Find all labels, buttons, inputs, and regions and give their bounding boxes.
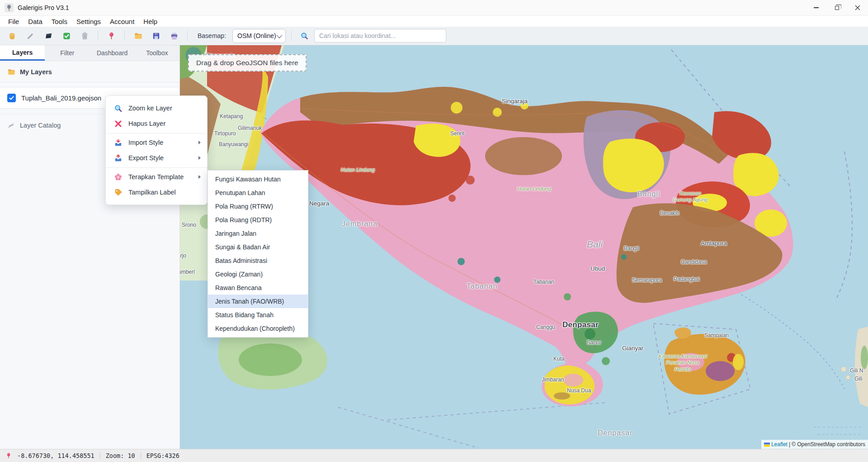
menu-file[interactable]: File — [4, 18, 24, 25]
tab-dashboard[interactable]: Dashboard — [90, 45, 135, 61]
export-tray-icon — [114, 154, 123, 162]
trash-button[interactable] — [77, 29, 92, 43]
save-button[interactable] — [148, 29, 164, 43]
search-button[interactable] — [297, 29, 311, 43]
pan-hand-icon — [8, 32, 17, 40]
menu-bar: File Data Tools Settings Account Help — [0, 16, 868, 27]
toolbar-separator — [98, 31, 98, 41]
status-bar: -8.676730, 114.458551 Zoom: 10 EPSG:4326 — [0, 449, 868, 462]
attribution-separator: | — [789, 441, 790, 448]
status-separator — [141, 452, 141, 459]
minimize-icon — [814, 7, 819, 8]
maximize-icon — [835, 6, 839, 10]
basemap-label: Basemap: — [198, 32, 226, 39]
menu-separator — [106, 133, 207, 133]
menu-settings[interactable]: Settings — [72, 18, 105, 25]
sidebar-tabs: Layers Filter Dashboard Toolbox — [0, 45, 179, 61]
confirm-check-icon — [62, 32, 71, 40]
layer-name: Tuplah_Bali_2019.geojson — [21, 94, 101, 102]
status-separator — [100, 452, 100, 459]
status-zoom-level: Zoom: 10 — [106, 452, 135, 459]
submenu-item-pola-ruang-rdtr[interactable]: Pola Ruang (RDTR) — [208, 213, 308, 227]
marker-pin-button[interactable] — [104, 29, 119, 43]
tag-icon — [114, 188, 123, 197]
confirm-check-button[interactable] — [59, 29, 74, 43]
menu-item-label: Hapus Layer — [128, 120, 165, 127]
app-logo-icon — [5, 3, 14, 12]
pencil-icon — [26, 32, 35, 40]
title-bar: Galerigis Pro V3.1 — [0, 0, 868, 16]
submenu-item-penutupan-lahan[interactable]: Penutupan Lahan — [208, 186, 308, 200]
folder-icon — [7, 68, 15, 76]
submenu-item-pola-ruang-rtrw[interactable]: Pola Ruang (RTRW) — [208, 200, 308, 213]
submenu-item-batas-administrasi[interactable]: Batas Administrasi — [208, 254, 308, 267]
menu-separator — [106, 167, 207, 168]
submenu-item-kependudukan-choropleth[interactable]: Kependudukan (Choropleth) — [208, 322, 308, 335]
open-folder-button[interactable] — [130, 29, 146, 43]
magnifier-icon — [114, 104, 123, 113]
osm-attribution-link[interactable]: © OpenStreetMap contributors — [792, 441, 865, 448]
geojson-dropzone[interactable]: Drag & drop GeoJSON files here — [188, 54, 307, 71]
save-floppy-icon — [152, 32, 160, 40]
menu-item-label: Import Style — [128, 139, 163, 146]
toolbar-separator — [124, 31, 125, 41]
toolbar-separator — [187, 31, 188, 41]
basemap-value: OSM (Online) — [237, 32, 276, 39]
menu-item-hapus-layer[interactable]: Hapus Layer — [106, 116, 207, 131]
toolbar: Basemap: OSM (Online) — [0, 27, 868, 45]
location-search-input[interactable] — [314, 29, 446, 43]
marker-pin-icon — [107, 32, 116, 40]
submenu-item-rawan-bencana[interactable]: Rawan Bencana — [208, 281, 308, 295]
app-window: Galerigis Pro V3.1 File Data Tools Setti… — [0, 0, 868, 462]
layer-catalog-label: Layer Catalog — [20, 122, 61, 129]
import-tray-icon — [114, 138, 123, 147]
submenu-arrow-icon — [198, 141, 201, 144]
menu-item-tampilkan-label[interactable]: Tampilkan Label — [106, 185, 207, 200]
menu-tools[interactable]: Tools — [47, 18, 72, 25]
submenu-item-status-bidang-tanah[interactable]: Status Bidang Tanah — [208, 308, 308, 322]
check-icon — [9, 95, 14, 101]
template-submenu: Fungsi Kawasan Hutan Penutupan Lahan Pol… — [208, 170, 308, 338]
basemap-select[interactable]: OSM (Online) — [232, 29, 286, 43]
search-icon — [300, 32, 308, 40]
pan-hand-button[interactable] — [5, 29, 20, 43]
leaflet-flag-icon — [764, 443, 770, 447]
menu-help[interactable]: Help — [139, 18, 162, 25]
submenu-arrow-icon — [198, 156, 201, 160]
leaflet-link[interactable]: Leaflet — [771, 441, 788, 448]
maximize-button[interactable] — [826, 0, 847, 16]
status-pin-icon — [5, 452, 12, 459]
menu-item-label: Export Style — [128, 154, 164, 162]
menu-data[interactable]: Data — [24, 18, 47, 25]
submenu-item-jaringan-jalan[interactable]: Jaringan Jalan — [208, 227, 308, 240]
menu-item-export-style[interactable]: Export Style — [106, 150, 207, 166]
menu-item-label: Zoom ke Layer — [128, 105, 172, 112]
submenu-item-geologi-zaman[interactable]: Geologi (Zaman) — [208, 267, 308, 281]
menu-item-label: Tampilkan Label — [128, 189, 176, 196]
close-button[interactable] — [847, 0, 868, 16]
tab-layers[interactable]: Layers — [0, 45, 45, 61]
layer-visibility-checkbox[interactable] — [7, 94, 16, 102]
menu-item-label: Terapkan Template — [128, 173, 184, 181]
pencil-button[interactable] — [23, 29, 38, 43]
window-controls — [806, 0, 868, 16]
my-layers-header: My Layers — [0, 61, 179, 82]
submenu-item-sungai-badan-air[interactable]: Sungai & Badan Air — [208, 240, 308, 254]
flower-icon — [114, 173, 123, 181]
menu-item-import-style[interactable]: Import Style — [106, 135, 207, 150]
map-attribution: Leaflet | © OpenStreetMap contributors — [761, 440, 868, 449]
menu-item-zoom-ke-layer[interactable]: Zoom ke Layer — [106, 100, 207, 116]
tab-toolbox[interactable]: Toolbox — [135, 45, 179, 61]
minimize-button[interactable] — [806, 0, 826, 16]
draw-rectangle-button[interactable] — [41, 29, 56, 43]
submenu-item-fungsi-kawasan-hutan[interactable]: Fungsi Kawasan Hutan — [208, 172, 308, 186]
submenu-item-jenis-tanah-fao-wrb[interactable]: Jenis Tanah (FAO/WRB) — [208, 295, 308, 308]
print-button[interactable] — [166, 29, 182, 43]
print-icon — [170, 32, 179, 40]
tab-filter[interactable]: Filter — [45, 45, 90, 61]
menu-item-terapkan-template[interactable]: Terapkan Template — [106, 169, 207, 185]
trash-icon — [80, 32, 89, 40]
menu-account[interactable]: Account — [105, 18, 139, 25]
red-x-icon — [114, 119, 123, 128]
window-title: Galerigis Pro V3.1 — [18, 4, 69, 11]
